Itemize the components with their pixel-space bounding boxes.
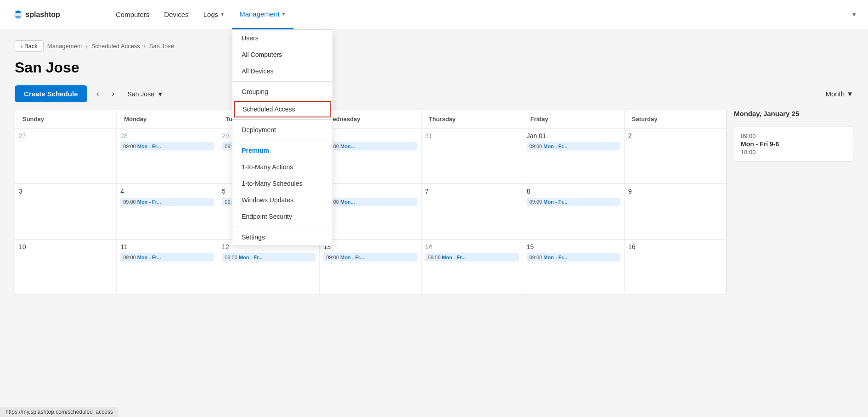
day-number: 13	[323, 243, 417, 250]
day-number: 6	[323, 188, 417, 195]
day-number: 3	[19, 188, 113, 195]
status-url: https://my.splashtop.com/scheduled_acces…	[6, 409, 113, 415]
sidebar-date-header: Monday, January 25	[734, 110, 853, 121]
day-number: 28	[120, 132, 214, 139]
menu-item-windows-updates[interactable]: Windows Updates	[232, 192, 333, 208]
menu-item-users[interactable]: Users	[232, 30, 333, 46]
menu-item-grouping[interactable]: Grouping	[232, 83, 333, 100]
calendar-row-2: 101109:00 Mon - Fr...1209:00 Mon - Fr...…	[15, 239, 726, 295]
menu-divider-3	[232, 140, 333, 140]
day-number: 31	[425, 132, 519, 139]
header-sunday: Sunday	[15, 110, 117, 128]
calendar-cell-0-6[interactable]: 2	[625, 128, 726, 183]
location-label: San Jose	[128, 90, 154, 98]
menu-item-premium[interactable]: Premium	[232, 142, 333, 159]
location-selector[interactable]: San Jose ▼	[128, 90, 163, 98]
back-button[interactable]: ‹ Back	[15, 40, 44, 52]
location-dropdown-arrow: ▼	[157, 90, 163, 98]
header-monday: Monday	[117, 110, 218, 128]
header-wednesday: Wednesday	[320, 110, 421, 128]
schedule-tag[interactable]: 09:00 Mon...	[323, 198, 417, 206]
navbar: splashtop Computers Devices Logs ▼ Manag…	[0, 0, 868, 29]
nav-logs[interactable]: Logs ▼	[196, 0, 232, 29]
menu-item-1to-many-actions[interactable]: 1-to-Many Actions	[232, 159, 333, 175]
day-number: Jan 01	[527, 132, 620, 139]
calendar-cell-2-2[interactable]: 1209:00 Mon - Fr...	[218, 239, 320, 295]
day-number: 10	[19, 243, 113, 250]
day-number: 7	[425, 188, 519, 195]
schedule-tag[interactable]: 09:00 Mon - Fr...	[222, 253, 316, 261]
menu-item-1to-many-schedules[interactable]: 1-to-Many Schedules	[232, 175, 333, 192]
calendar-grid: Sunday Monday Tuesday Wednesday Thursday…	[15, 110, 727, 295]
breadcrumb-location: San Jose	[149, 43, 174, 50]
nav-computers[interactable]: Computers	[108, 0, 157, 29]
calendar-cell-0-0[interactable]: 27	[15, 128, 117, 183]
svg-text:splashtop: splashtop	[25, 10, 60, 18]
calendar-cell-0-3[interactable]: 3009:00 Mon...	[320, 128, 421, 183]
prev-month-button[interactable]: ‹	[93, 87, 103, 100]
account-dropdown-arrow[interactable]: ▼	[851, 11, 857, 18]
nav-devices-label: Devices	[164, 11, 188, 18]
schedule-tag[interactable]: 09:00 Mon - Fr...	[323, 253, 417, 261]
schedule-tag[interactable]: 09:00 Mon - Fr...	[527, 198, 620, 206]
schedule-tag[interactable]: 09:00 Mon - Fr...	[120, 253, 214, 261]
day-number: 16	[628, 243, 722, 250]
day-number: 27	[19, 132, 113, 139]
month-selector[interactable]: Month ▼	[825, 90, 853, 98]
menu-item-scheduled-access[interactable]: Scheduled Access	[234, 101, 331, 117]
next-month-button[interactable]: ›	[108, 87, 118, 100]
calendar-wrapper: Sunday Monday Tuesday Wednesday Thursday…	[15, 110, 853, 295]
management-dropdown-menu: Users All Computers All Devices Grouping…	[232, 29, 333, 246]
nav-right: ▼	[851, 11, 857, 18]
calendar-cell-1-6[interactable]: 9	[625, 184, 726, 239]
sidebar-event-card[interactable]: 09:00 Mon - Fri 9-6 18:00	[734, 127, 853, 161]
calendar-cell-2-4[interactable]: 1409:00 Mon - Fr...	[422, 239, 523, 295]
sidebar-event-start-time: 09:00	[741, 133, 846, 139]
schedule-tag[interactable]: 09:00 Mon - Fr...	[425, 253, 519, 261]
menu-item-endpoint-security[interactable]: Endpoint Security	[232, 208, 333, 225]
menu-divider-1	[232, 81, 333, 82]
breadcrumb-scheduled-access[interactable]: Scheduled Access	[91, 43, 140, 50]
header-friday: Friday	[523, 110, 625, 128]
calendar-cell-2-3[interactable]: 1309:00 Mon - Fr...	[320, 239, 421, 295]
menu-divider-4	[232, 227, 333, 227]
menu-item-settings[interactable]: Settings	[232, 229, 333, 245]
calendar-cell-1-4[interactable]: 7	[422, 184, 523, 239]
calendar-sidebar: Monday, January 25 09:00 Mon - Fri 9-6 1…	[734, 110, 853, 295]
calendar-cell-2-1[interactable]: 1109:00 Mon - Fr...	[117, 239, 218, 295]
calendar-cell-1-0[interactable]: 3	[15, 184, 117, 239]
calendar-cell-0-1[interactable]: 2809:00 Mon - Fr...	[117, 128, 218, 183]
calendar-cell-2-5[interactable]: 1509:00 Mon - Fr...	[523, 239, 625, 295]
day-number: 8	[527, 188, 620, 195]
schedule-tag[interactable]: 09:00 Mon - Fr...	[527, 142, 620, 150]
sidebar-event-end-time: 18:00	[741, 149, 846, 156]
nav-computers-label: Computers	[116, 11, 149, 18]
nav-management[interactable]: Management ▼ Users All Computers All Dev…	[232, 0, 293, 29]
calendar-cell-0-5[interactable]: Jan 0109:00 Mon - Fr...	[523, 128, 625, 183]
nav-management-label: Management	[239, 10, 280, 18]
schedule-tag[interactable]: 09:00 Mon...	[323, 142, 417, 150]
calendar-cell-1-5[interactable]: 809:00 Mon - Fr...	[523, 184, 625, 239]
calendar-cell-2-0[interactable]: 10	[15, 239, 117, 295]
calendar-cell-1-3[interactable]: 609:00 Mon...	[320, 184, 421, 239]
schedule-tag[interactable]: 09:00 Mon - Fr...	[120, 198, 214, 206]
menu-item-deployment[interactable]: Deployment	[232, 122, 333, 138]
day-number: 2	[628, 132, 722, 139]
day-number: 14	[425, 243, 519, 250]
nav-devices[interactable]: Devices	[157, 0, 196, 29]
sidebar-event-name: Mon - Fri 9-6	[741, 140, 846, 148]
menu-item-all-computers[interactable]: All Computers	[232, 46, 333, 63]
breadcrumb-management[interactable]: Management	[47, 43, 82, 50]
day-number: 4	[120, 188, 214, 195]
schedule-tag[interactable]: 09:00 Mon - Fr...	[120, 142, 214, 150]
schedule-tag[interactable]: 09:00 Mon - Fr...	[527, 253, 620, 261]
brand-logo[interactable]: splashtop	[11, 6, 94, 24]
calendar-cell-0-4[interactable]: 31	[422, 128, 523, 183]
create-schedule-button[interactable]: Create Schedule	[15, 85, 87, 102]
status-bar: https://my.splashtop.com/scheduled_acces…	[0, 407, 118, 417]
menu-item-all-devices[interactable]: All Devices	[232, 63, 333, 79]
calendar-toolbar: Create Schedule ‹ › San Jose ▼ Month ▼	[15, 85, 853, 102]
calendar-cell-1-1[interactable]: 409:00 Mon - Fr...	[117, 184, 218, 239]
breadcrumb: ‹ Back Management / Scheduled Access / S…	[15, 40, 853, 52]
calendar-cell-2-6[interactable]: 16	[625, 239, 726, 295]
